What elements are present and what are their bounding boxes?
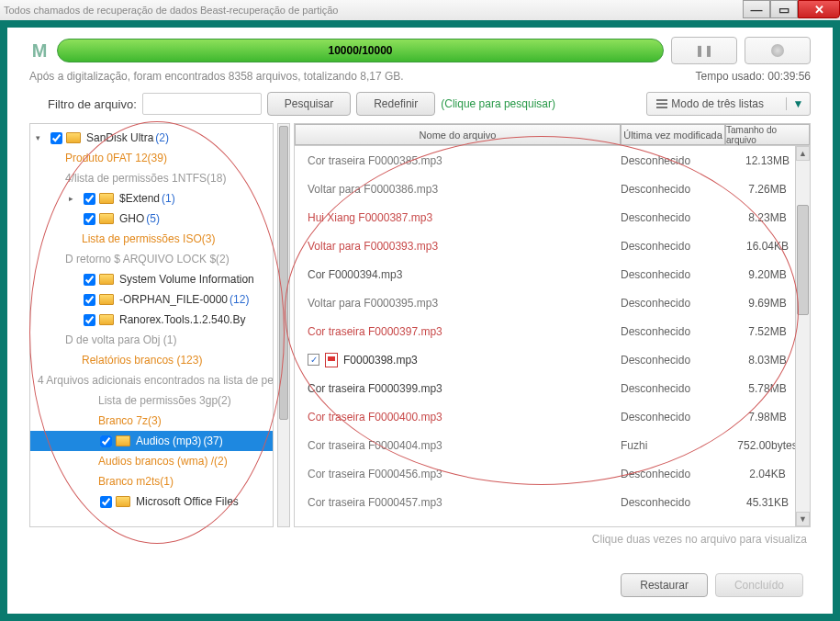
tree-item[interactable]: -ORPHAN_FILE-0000(12) xyxy=(30,289,273,310)
tree-item[interactable]: Ranorex.Tools.1.2.540.By xyxy=(30,310,273,330)
list-icon xyxy=(656,99,667,108)
tree-checkbox[interactable] xyxy=(100,496,112,508)
search-button[interactable]: Pesquisar xyxy=(267,92,351,116)
tree-checkbox[interactable] xyxy=(84,274,95,286)
pause-button[interactable]: ❚❚ xyxy=(671,37,737,64)
file-name: Voltar para F0000395.mp3 xyxy=(308,297,438,310)
stop-button[interactable] xyxy=(745,37,811,64)
scroll-up-icon[interactable]: ▲ xyxy=(796,146,810,161)
tree-item[interactable]: D de volta para Obj (1) xyxy=(30,330,273,350)
folder-icon xyxy=(66,132,81,143)
file-name: Cor traseira F0000404.mp3 xyxy=(308,439,442,452)
file-modified: Desconhecido xyxy=(621,183,725,196)
tree-label: System Volume Information xyxy=(119,273,254,286)
pause-icon: ❚❚ xyxy=(695,44,713,57)
tree-label: Produto 0FAT 12(39) xyxy=(65,152,167,164)
tree-label: Lista de permissões 3gp(2) xyxy=(98,394,231,407)
file-list-pane: Nome do arquivo Última vez modificada Ta… xyxy=(294,123,811,527)
stop-icon xyxy=(771,44,784,57)
file-scrollbar[interactable]: ▲ ▼ xyxy=(795,146,810,526)
file-row[interactable]: Cor traseira F0000399.mp3Desconhecido5.7… xyxy=(295,374,810,402)
tree-label: Branco 7z(3) xyxy=(98,414,162,427)
tree-item[interactable]: D retorno $ ARQUIVO LOCK $(2) xyxy=(30,249,273,269)
file-row[interactable]: Voltar para F0000395.mp3Desconhecido9.69… xyxy=(295,288,810,317)
tree-label: 4/lista de permissões 1NTFS(18) xyxy=(65,172,226,185)
file-name: Hui Xiang F0000387.mp3 xyxy=(308,211,432,224)
file-row[interactable]: Cor traseira F0000456.mp3Desconhecido2.0… xyxy=(295,459,810,488)
file-row[interactable]: Hui Xiang F0000387.mp3Desconhecido8.23MB xyxy=(295,203,810,231)
tree-label: SanDisk Ultra xyxy=(86,131,153,144)
preview-tip: Clique duas vezes no arquivo para visual… xyxy=(7,527,833,546)
tree-item[interactable]: Branco 7z(3) xyxy=(30,411,273,431)
file-row[interactable]: Voltar para F0000386.mp3Desconhecido7.26… xyxy=(295,175,810,203)
tree-count: (1) xyxy=(162,192,175,205)
maximize-button[interactable]: ▭ xyxy=(770,0,798,18)
folder-icon xyxy=(99,274,114,285)
folder-icon xyxy=(99,193,114,204)
file-modified: Desconhecido xyxy=(621,382,725,395)
file-modified: Desconhecido xyxy=(621,468,725,480)
scroll-down-icon[interactable]: ▼ xyxy=(796,512,810,526)
file-row[interactable]: Cor F0000394.mp3Desconhecido9.20MB xyxy=(295,260,810,288)
tree-label: 4 Arquivos adicionais encontrados na lis… xyxy=(38,374,274,387)
folder-icon xyxy=(99,294,114,305)
tree-checkbox[interactable] xyxy=(50,132,62,144)
folder-tree[interactable]: ▾SanDisk Ultra(2)Produto 0FAT 12(39)4/li… xyxy=(29,123,274,527)
tree-label: Audios brancos (wma) /(2) xyxy=(98,455,228,468)
column-size[interactable]: Tamanho do arquivo xyxy=(725,124,810,145)
minimize-button[interactable]: — xyxy=(743,0,770,18)
tree-checkbox[interactable] xyxy=(84,213,95,225)
tree-label: Relatórios brancos (123) xyxy=(82,354,202,367)
tree-checkbox[interactable] xyxy=(100,435,112,447)
column-modified[interactable]: Última vez modificada xyxy=(621,124,725,145)
tree-item[interactable]: 4/lista de permissões 1NTFS(18) xyxy=(30,168,273,188)
tree-item[interactable]: 4 Arquivos adicionais encontrados na lis… xyxy=(30,370,273,390)
tree-checkbox[interactable] xyxy=(84,193,95,205)
file-row[interactable]: Cor traseira F0000397.mp3Desconhecido7.5… xyxy=(295,317,810,345)
file-list[interactable]: Cor traseira F0000385.mp3Desconhecido12.… xyxy=(295,146,810,526)
folder-icon xyxy=(116,496,130,507)
tree-item[interactable]: Branco m2ts(1) xyxy=(30,471,273,491)
window-title: Todos chamados de recuperação de dados B… xyxy=(4,5,338,16)
tree-item[interactable]: Microsoft Office Files xyxy=(30,491,273,512)
tree-item[interactable]: Audios (mp3)(37) xyxy=(30,431,273,451)
file-row[interactable]: ✓F0000398.mp3Desconhecido8.03MB xyxy=(295,345,810,374)
view-mode-label: Modo de três listas xyxy=(671,97,764,110)
tree-item[interactable]: System Volume Information xyxy=(30,269,273,289)
file-row[interactable]: Cor traseira F0000400.mp3Desconhecido7.9… xyxy=(295,402,810,431)
tree-checkbox[interactable] xyxy=(84,314,95,326)
tree-item[interactable]: Relatórios brancos (123) xyxy=(30,350,273,370)
column-name[interactable]: Nome do arquivo xyxy=(295,124,621,145)
tree-item[interactable]: GHO(5) xyxy=(30,209,273,229)
filter-input[interactable] xyxy=(142,93,262,115)
file-row[interactable]: Voltar para F0000393.mp3Desconhecido16.0… xyxy=(295,231,810,260)
close-button[interactable]: ✕ xyxy=(798,0,840,18)
file-row[interactable]: Cor traseira F0000457.mp3Desconhecido45.… xyxy=(295,488,810,516)
file-name: Cor traseira F0000397.mp3 xyxy=(308,325,442,338)
chevron-down-icon: ▼ xyxy=(786,97,810,110)
tree-item[interactable]: ▾SanDisk Ultra(2) xyxy=(30,128,273,148)
file-modified: Desconhecido xyxy=(621,354,725,367)
view-mode-dropdown[interactable]: Modo de três listas ▼ xyxy=(646,92,811,116)
tree-item[interactable]: Audios brancos (wma) /(2) xyxy=(30,451,273,471)
tree-item[interactable]: ▸$Extend(1) xyxy=(30,188,273,209)
file-row[interactable]: Cor traseira F0000385.mp3Desconhecido12.… xyxy=(295,146,810,175)
tree-item[interactable]: Lista de permissões ISO(3) xyxy=(30,229,273,249)
tree-label: GHO xyxy=(119,212,144,225)
file-name: Voltar para F0000393.mp3 xyxy=(308,240,438,253)
tree-count: (5) xyxy=(146,212,160,225)
folder-icon xyxy=(116,435,130,446)
tree-item[interactable]: Produto 0FAT 12(39) xyxy=(30,148,273,168)
file-checkbox[interactable]: ✓ xyxy=(308,354,319,366)
tree-label: $Extend xyxy=(119,192,160,205)
tree-item[interactable]: Lista de permissões 3gp(2) xyxy=(30,390,273,411)
tree-checkbox[interactable] xyxy=(84,294,95,306)
reset-button[interactable]: Redefinir xyxy=(356,92,435,116)
file-name: F0000398.mp3 xyxy=(343,354,418,367)
app-logo: M xyxy=(29,40,50,61)
file-name: Cor traseira F0000400.mp3 xyxy=(308,411,442,423)
tree-scrollbar[interactable] xyxy=(277,123,290,527)
file-row[interactable]: Cor traseira F0000404.mp3Fuzhi752.00byte… xyxy=(295,431,810,459)
restore-button[interactable]: Restaurar xyxy=(621,573,708,597)
tree-label: D de volta para Obj (1) xyxy=(65,333,176,346)
